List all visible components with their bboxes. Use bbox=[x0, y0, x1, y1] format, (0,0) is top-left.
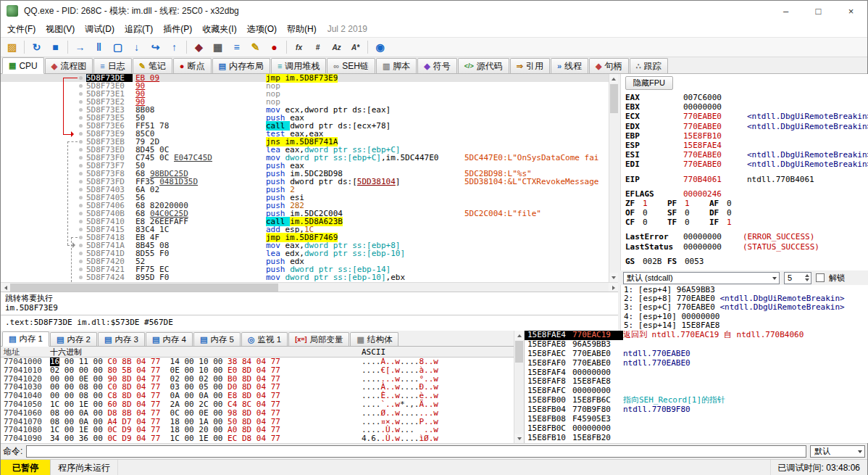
unlock-checkbox[interactable] bbox=[816, 273, 825, 282]
registers-pane[interactable]: 隐藏FPU EAX007C6000EBX00000000ECX770EABE0<… bbox=[620, 74, 868, 270]
disassembly-pane[interactable]: 5D8F73DEEB 09jmp im.5D8F73E95D8F73E090no… bbox=[1, 74, 618, 282]
menu-item[interactable]: 追踪(T) bbox=[120, 22, 158, 36]
command-input[interactable] bbox=[26, 445, 806, 458]
step-out-button[interactable]: ↑ bbox=[166, 39, 183, 55]
close-button[interactable]: × bbox=[835, 1, 867, 21]
register-row[interactable]: EDX770EABE0<ntdll.DbgUiRemoteBreakin> bbox=[625, 122, 864, 131]
register-row[interactable]: LastStatus00000000(STATUS_SUCCESS) bbox=[625, 242, 864, 252]
disassembly-vscrollbar[interactable] bbox=[609, 74, 618, 282]
register-row[interactable]: EAX007C6000 bbox=[625, 93, 864, 102]
stack-pane[interactable]: 15E8FAE4770EAC19返回到 ntdll.770EAC19 自 ntd… bbox=[524, 331, 868, 443]
menu-item[interactable]: 视图(V) bbox=[41, 22, 80, 36]
breakpoint-dot[interactable] bbox=[79, 236, 83, 239]
menu-item[interactable]: 文件(F) bbox=[2, 22, 41, 36]
trace-button[interactable]: ◆ bbox=[191, 39, 207, 55]
tab-breakpoints[interactable]: ●断点 bbox=[173, 58, 212, 73]
register-row[interactable]: OF0SF0DF0 bbox=[625, 208, 864, 218]
open-file-button[interactable]: ▨ bbox=[4, 39, 20, 55]
tab-notes[interactable]: ✎笔记 bbox=[133, 58, 172, 73]
breakpoint-dot[interactable] bbox=[79, 116, 83, 120]
tab-dump4[interactable]: ▤内存 4 bbox=[146, 332, 193, 346]
breakpoint-dot[interactable] bbox=[79, 212, 83, 215]
menu-item[interactable]: 插件(P) bbox=[158, 22, 197, 36]
register-row[interactable]: EFLAGS00000246 bbox=[625, 189, 864, 199]
breakpoint-dot[interactable] bbox=[79, 228, 83, 231]
breakpoint-dot[interactable] bbox=[79, 220, 83, 223]
stop-button[interactable]: ■ bbox=[47, 39, 64, 55]
breakpoint-dot[interactable] bbox=[79, 156, 83, 160]
tab-cpu[interactable]: ▦CPU bbox=[2, 57, 44, 74]
stack-row[interactable]: 15E8FAE4770EAC19返回到 ntdll.770EAC19 自 ntd… bbox=[525, 331, 868, 340]
breakpoint-dot[interactable] bbox=[79, 196, 83, 199]
memory-map-button[interactable]: ▦ bbox=[209, 39, 226, 55]
functions-button[interactable]: fx bbox=[291, 39, 307, 55]
scrollbar-thumb[interactable] bbox=[515, 341, 523, 363]
scrollbar-thumb[interactable] bbox=[10, 284, 278, 292]
register-row[interactable]: GS002BFS0053 bbox=[625, 257, 864, 266]
menu-item[interactable]: 调试(D) bbox=[80, 22, 120, 36]
register-row[interactable]: CF0TF0IF1 bbox=[625, 218, 864, 227]
disassembly-hscrollbar[interactable] bbox=[1, 282, 618, 292]
tab-struct[interactable]: ▦结构体 bbox=[350, 332, 398, 346]
dump-row[interactable]: 7704109034 00 36 00 0C D9 04 77 1C 00 1E… bbox=[1, 434, 514, 443]
menu-item[interactable]: 收藏夹(I) bbox=[197, 22, 241, 36]
breakpoint-dot[interactable] bbox=[79, 140, 83, 144]
disasm-row[interactable]: 5D8F7424895D F0mov dword ptr ss:[ebp-10]… bbox=[1, 273, 618, 281]
argument-row[interactable]: 5: [esp+14] 15E8FAE8 bbox=[624, 321, 866, 330]
scroll-up-button[interactable] bbox=[514, 331, 524, 340]
register-row[interactable]: EIP770B4061ntdll.770B4061 bbox=[625, 175, 864, 184]
tab-dump2[interactable]: ▤内存 2 bbox=[50, 332, 97, 346]
register-row[interactable]: LastError00000000(ERROR_SUCCESS) bbox=[625, 232, 864, 241]
dump-vscrollbar[interactable] bbox=[514, 331, 524, 443]
breakpoint-dot[interactable] bbox=[79, 276, 83, 279]
comments-button[interactable]: # bbox=[309, 39, 326, 55]
tab-dump3[interactable]: ▤内存 3 bbox=[98, 332, 145, 346]
breakpoint-dot[interactable] bbox=[79, 108, 83, 112]
tab-log[interactable]: ≡日志 bbox=[93, 58, 131, 73]
breakpoint-dot[interactable] bbox=[79, 244, 83, 247]
bookmarks-button[interactable]: A* bbox=[347, 39, 364, 55]
register-row[interactable]: ECX770EABE0<ntdll.DbgUiRemoteBreakin> bbox=[625, 112, 864, 121]
stack-row[interactable]: 15E8FB08F45905E3 bbox=[525, 415, 868, 424]
tab-seh[interactable]: ∞SEH链 bbox=[327, 58, 375, 73]
tab-dump1[interactable]: ▤内存 1 bbox=[2, 331, 49, 347]
scrollbar-thumb[interactable] bbox=[610, 84, 618, 113]
notes-button[interactable]: ✎ bbox=[247, 39, 264, 55]
tab-references[interactable]: ⇒引用 bbox=[510, 58, 550, 73]
run-button[interactable]: → bbox=[72, 39, 88, 55]
minimize-button[interactable]: – bbox=[769, 1, 802, 21]
register-row[interactable]: ESI770EABE0<ntdll.DbgUiRemoteBreakin> bbox=[625, 150, 864, 160]
breakpoint-dot[interactable] bbox=[79, 180, 83, 183]
command-type-select[interactable]: 默认 bbox=[810, 445, 865, 458]
breakpoint-dot[interactable] bbox=[79, 260, 83, 263]
restart-button[interactable]: ↻ bbox=[28, 39, 45, 55]
tab-script[interactable]: ▥脚本 bbox=[376, 58, 417, 73]
stack-row[interactable]: 15E8FAE896A59BB3 bbox=[525, 340, 868, 350]
scroll-down-button[interactable] bbox=[514, 434, 524, 443]
breakpoint-dot[interactable] bbox=[79, 76, 83, 80]
tab-memory-map[interactable]: ▤内存布局 bbox=[212, 58, 270, 73]
breakpoint-dot[interactable] bbox=[79, 204, 83, 207]
tab-call-stack[interactable]: ≡调用堆栈 bbox=[271, 58, 326, 73]
tab-graph[interactable]: ◈流程图 bbox=[45, 58, 93, 73]
breakpoint-dot[interactable] bbox=[79, 172, 83, 175]
arguments-pane[interactable]: 1: [esp+4] 96A59BB32: [esp+8] 770EABE0 <… bbox=[620, 285, 868, 331]
stepper-down-icon[interactable] bbox=[805, 278, 809, 281]
log-button[interactable]: ≡ bbox=[228, 39, 245, 55]
breakpoint-dot[interactable] bbox=[79, 188, 83, 191]
step-into-button[interactable]: ↓ bbox=[128, 39, 145, 55]
menu-item[interactable]: 帮助(H) bbox=[282, 22, 322, 36]
labels-button[interactable]: Az bbox=[328, 39, 345, 55]
menu-item[interactable]: 选项(O) bbox=[242, 22, 282, 36]
breakpoints-button[interactable]: ● bbox=[266, 39, 283, 55]
memory-dump-pane[interactable]: 7704100016 00 11 00 C0 8B 04 77 14 00 10… bbox=[1, 358, 514, 443]
step-over-button[interactable]: ↪ bbox=[147, 39, 164, 55]
register-row[interactable]: ESP15E8FAE4 bbox=[625, 141, 864, 150]
argument-count-stepper[interactable]: 5 bbox=[784, 272, 811, 284]
register-row[interactable]: EDI770EABE0<ntdll.DbgUiRemoteBreakin> bbox=[625, 160, 864, 169]
tab-symbols[interactable]: ◆符号 bbox=[417, 58, 456, 73]
tab-threads[interactable]: »线程 bbox=[551, 58, 588, 73]
stepper-up-icon[interactable] bbox=[805, 274, 809, 277]
stepper-arrows[interactable] bbox=[805, 274, 809, 281]
hide-fpu-button[interactable]: 隐藏FPU bbox=[625, 76, 673, 90]
